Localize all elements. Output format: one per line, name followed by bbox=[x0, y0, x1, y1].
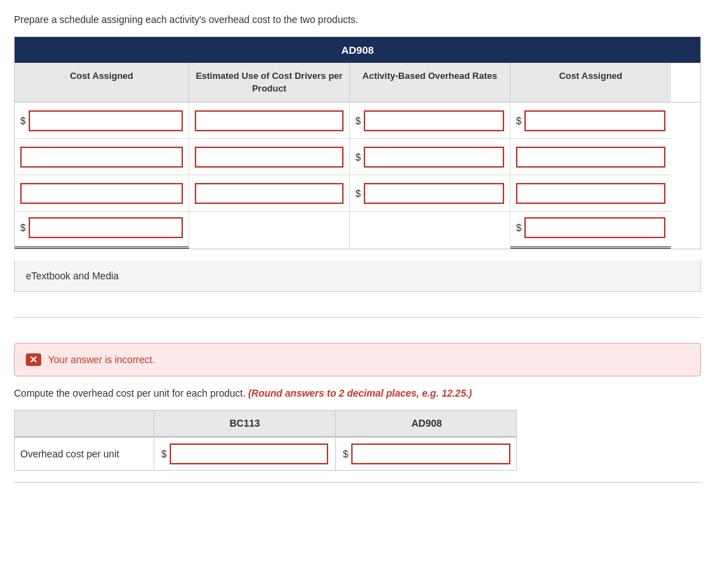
oh-row-label: Overhead cost per unit bbox=[15, 438, 154, 470]
total-cost-assigned-input[interactable] bbox=[29, 217, 183, 238]
row3-col1 bbox=[15, 175, 189, 212]
total-cost-assigned2-input[interactable] bbox=[524, 217, 665, 238]
col-header-cost-assigned2: Cost Assigned bbox=[510, 63, 671, 102]
overhead-data-row: Overhead cost per unit $ $ bbox=[15, 437, 516, 470]
row2-cost-assigned2-input[interactable] bbox=[516, 147, 665, 168]
row2-estimated-use-input[interactable] bbox=[195, 147, 344, 168]
oh-ad-cell: $ bbox=[336, 438, 517, 470]
row2-col2 bbox=[189, 139, 350, 175]
etextbook-label: eTextbook and Media bbox=[26, 270, 119, 281]
row2-activity-rate-input[interactable] bbox=[364, 147, 504, 168]
row1-col3: $ bbox=[350, 103, 510, 139]
product-label: AD908 bbox=[341, 44, 374, 56]
dollar-sign: $ bbox=[355, 115, 361, 126]
total-col4: $ bbox=[510, 212, 671, 249]
compute-instruction: Compute the overhead cost per unit for e… bbox=[14, 388, 701, 399]
row1-activity-rate-input[interactable] bbox=[364, 110, 504, 131]
dollar-sign: $ bbox=[355, 152, 361, 163]
row3-col2 bbox=[189, 175, 350, 212]
oh-ad-header: AD908 bbox=[336, 411, 517, 436]
dollar-sign: $ bbox=[20, 222, 26, 233]
dollar-sign: $ bbox=[343, 448, 348, 460]
row1-col1: $ bbox=[15, 103, 189, 139]
row2-col1 bbox=[15, 139, 189, 175]
instruction-text: Prepare a schedule assigning each activi… bbox=[14, 14, 701, 25]
dollar-sign: $ bbox=[161, 448, 167, 460]
row2-col4 bbox=[510, 139, 671, 175]
total-row: $ $ bbox=[15, 212, 700, 249]
row1-col4: $ bbox=[510, 103, 671, 139]
row3-cost-assigned-input[interactable] bbox=[20, 183, 183, 204]
dollar-sign: $ bbox=[20, 115, 26, 126]
row2-col3: $ bbox=[350, 139, 510, 175]
row2-cost-assigned-input[interactable] bbox=[20, 147, 183, 168]
row1-cost-assigned-input[interactable] bbox=[29, 110, 183, 131]
bottom-separator bbox=[14, 482, 701, 483]
row1-cost-assigned2-input[interactable] bbox=[524, 110, 665, 131]
etextbook-row: eTextbook and Media bbox=[14, 260, 701, 292]
product-header: AD908 bbox=[15, 37, 700, 63]
dollar-sign: $ bbox=[516, 222, 522, 233]
data-row-2: $ bbox=[15, 139, 700, 175]
error-message: Your answer is incorrect. bbox=[48, 354, 155, 365]
overhead-header: BC113 AD908 bbox=[15, 411, 516, 437]
row3-activity-rate-input[interactable] bbox=[364, 183, 504, 204]
overhead-table: BC113 AD908 Overhead cost per unit $ $ bbox=[14, 410, 517, 471]
row1-estimated-use-input[interactable] bbox=[195, 110, 344, 131]
row3-col4 bbox=[510, 175, 671, 212]
oh-bc-header: BC113 bbox=[154, 411, 336, 436]
total-col2 bbox=[189, 212, 350, 249]
row3-col3: $ bbox=[350, 175, 510, 212]
error-box: ✕ Your answer is incorrect. bbox=[14, 343, 701, 376]
total-col3 bbox=[350, 212, 510, 249]
column-headers: Cost Assigned Estimated Use of Cost Driv… bbox=[15, 63, 700, 103]
data-row-1: $ $ $ bbox=[15, 103, 700, 139]
compute-note: (Round answers to 2 decimal places, e.g.… bbox=[248, 388, 472, 399]
dollar-sign: $ bbox=[516, 115, 522, 126]
row3-estimated-use-input[interactable] bbox=[195, 183, 344, 204]
col-header-activity-based: Activity-Based Overhead Rates bbox=[350, 63, 510, 102]
row1-col2 bbox=[189, 103, 350, 139]
oh-empty-header bbox=[15, 411, 154, 436]
oh-bc-input[interactable] bbox=[170, 443, 328, 464]
compute-instruction-text: Compute the overhead cost per unit for e… bbox=[14, 388, 246, 399]
oh-bc-cell: $ bbox=[154, 438, 336, 470]
total-col1: $ bbox=[15, 212, 189, 249]
col-header-cost-assigned: Cost Assigned bbox=[15, 63, 189, 102]
schedule-table: AD908 Cost Assigned Estimated Use of Cos… bbox=[14, 36, 701, 249]
col-header-estimated-use: Estimated Use of Cost Drivers per Produc… bbox=[189, 63, 350, 102]
row3-cost-assigned2-input[interactable] bbox=[516, 183, 665, 204]
dollar-sign: $ bbox=[355, 188, 361, 199]
separator bbox=[14, 317, 701, 318]
data-row-3: $ bbox=[15, 175, 700, 212]
oh-ad-input[interactable] bbox=[351, 443, 510, 464]
error-icon: ✕ bbox=[26, 353, 41, 366]
